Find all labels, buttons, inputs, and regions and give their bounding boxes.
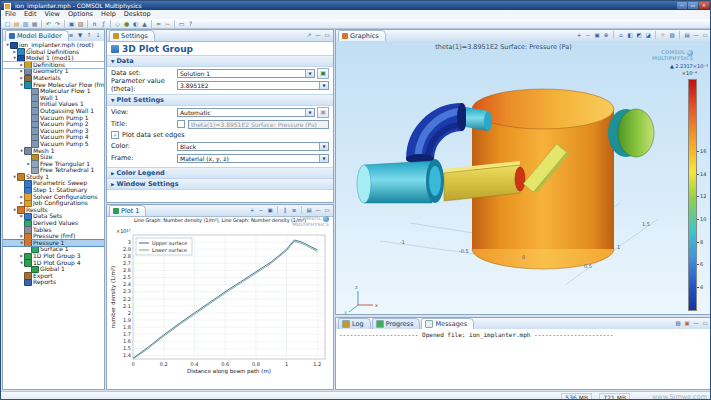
scene-3d[interactable]: -1-0.501.510.5zxy (340, 53, 680, 314)
image-snapshot-icon[interactable]: ▤ (305, 206, 313, 214)
go-to-source-button[interactable]: ▣ (317, 68, 329, 79)
materials-icon[interactable]: ● (122, 19, 131, 28)
color-select[interactable]: Black ▼ (177, 142, 329, 151)
open-icon[interactable]: ▤ (12, 19, 21, 28)
zoom-out-icon[interactable]: − (257, 206, 265, 214)
move-down-icon[interactable]: ↓ (94, 31, 102, 39)
axis-limits-icon[interactable]: ∥ (281, 206, 289, 214)
plot-icon[interactable]: ~ (163, 19, 172, 28)
tree-item[interactable]: Global 1 (3, 266, 104, 273)
graphics-canvas[interactable]: theta(1)=3.8951E2 Surface: Pressure (Pa)… (336, 41, 711, 314)
scene-light-icon[interactable]: ☼ (659, 31, 667, 39)
chevron-down-icon[interactable]: ▼ (319, 155, 328, 162)
tab-graphics[interactable]: Graphics (338, 30, 386, 41)
minimize-icon[interactable]: — (314, 31, 322, 39)
paste-icon[interactable]: ▨ (76, 19, 85, 28)
clear-log-icon[interactable]: ▧ (674, 319, 682, 327)
print-icon[interactable]: ▦ (30, 19, 39, 28)
physics-icon[interactable]: ◐ (131, 19, 140, 28)
zoom-in-icon[interactable]: + (575, 31, 583, 39)
menu-view[interactable]: View (40, 10, 63, 19)
view-xy-icon[interactable]: ◧ (626, 31, 634, 39)
tab-label: Plot 1 (121, 207, 139, 216)
tab-label: Graphics (350, 32, 379, 41)
svg-text:2.3: 2.3 (123, 288, 131, 294)
image-snapshot-icon[interactable]: ▤ (683, 31, 691, 39)
chevron-down-icon[interactable]: ▼ (305, 109, 314, 116)
functions-icon[interactable]: ƒ (99, 19, 108, 28)
menu-help[interactable]: Help (97, 10, 120, 19)
save-icon[interactable]: ▥ (21, 19, 30, 28)
go-to-default-view-icon[interactable]: ⌂ (617, 31, 625, 39)
transparency-icon[interactable]: ▨ (668, 31, 676, 39)
move-up-icon[interactable]: ↑ (85, 31, 93, 39)
grid-icon[interactable]: ≡ (290, 206, 298, 214)
minimize-window-button[interactable]: — (677, 2, 687, 9)
chevron-down-icon[interactable]: ▼ (319, 143, 328, 150)
view-select[interactable]: Automatic ▼ (177, 108, 315, 117)
plot-dataset-edges-checkbox[interactable] (111, 131, 119, 139)
help-icon[interactable]: ? (186, 19, 195, 28)
new-icon[interactable]: ▢ (3, 19, 12, 28)
zoom-extents-icon[interactable]: ▣ (266, 206, 274, 214)
minimize-icon[interactable]: — (314, 206, 322, 214)
plot-dataset-edges-label: Plot data set edges (122, 131, 185, 139)
tree-item[interactable]: ▼Mesh 1 (3, 148, 104, 155)
tree-item[interactable]: Derived Values (3, 220, 104, 227)
parameter-value-select[interactable]: 3.8951E2 ▼ (177, 81, 329, 90)
console-output[interactable]: ---------------------- Opened file: ion_… (336, 329, 711, 389)
minimize-icon[interactable]: — (692, 31, 700, 39)
copy-text-icon[interactable]: ▣ (683, 319, 691, 327)
view-yz-icon[interactable]: ◩ (635, 31, 643, 39)
minimize-icon[interactable]: — (692, 319, 700, 327)
geometry-icon[interactable]: ◇ (113, 19, 122, 28)
tab-model-builder[interactable]: Model Builder (5, 30, 69, 41)
dataset-select[interactable]: Solution 1 ▼ (177, 69, 315, 78)
mesh-icon[interactable]: ▲ (140, 19, 149, 28)
y-axis-scale-label: ×10¹⁷ (116, 228, 131, 234)
tab-log[interactable]: Log (338, 318, 371, 329)
redo-icon[interactable]: ↷ (53, 19, 62, 28)
menu-options[interactable]: Options (64, 10, 97, 19)
menu-edit[interactable]: Edit (20, 10, 41, 19)
view-zx-icon[interactable]: ◪ (644, 31, 652, 39)
zoom-out-icon[interactable]: − (584, 31, 592, 39)
tab-messages[interactable]: Messages (421, 318, 474, 329)
restore-icon[interactable]: ▭ (323, 31, 331, 39)
line-chart[interactable]: 00.20.40.60.811.21.41.51.61.71.81.922.12… (109, 225, 333, 387)
copy-icon[interactable]: ▣ (67, 19, 76, 28)
menu-desktop[interactable]: Desktop (120, 10, 155, 19)
restore-icon[interactable]: ▭ (323, 206, 331, 214)
section-data[interactable]: ▼Data (107, 55, 333, 67)
title-bar[interactable]: ion_implanter.mph - COMSOL Multiphysics … (1, 1, 710, 10)
parameters-icon[interactable]: π (90, 19, 99, 28)
undo-icon[interactable]: ↶ (44, 19, 53, 28)
windows-icon[interactable]: ▭ (177, 19, 186, 28)
pan-icon[interactable]: ⊕ (602, 31, 610, 39)
tab-progress[interactable]: Progress (372, 318, 421, 329)
restore-icon[interactable]: ▭ (701, 31, 709, 39)
menu-file[interactable]: File (1, 10, 20, 19)
maximize-window-button[interactable]: ▭ (688, 2, 698, 9)
zoom-extents-icon[interactable]: ▣ (593, 31, 601, 39)
section-plot-settings[interactable]: ▼Plot Settings (107, 94, 333, 106)
frame-select[interactable]: Material (x, y, z) ▼ (177, 154, 329, 163)
chevron-down-icon[interactable]: ▼ (319, 82, 328, 89)
parameter-value: 3.8951E2 (180, 82, 209, 89)
close-window-button[interactable]: ✕ (699, 2, 709, 9)
section-window-settings[interactable]: ▶Window Settings (107, 179, 333, 190)
collapse-all-icon[interactable]: ≡ (67, 31, 75, 39)
detach-icon[interactable]: ↗ (305, 31, 313, 39)
tree-item[interactable]: Reports (3, 279, 104, 286)
compute-icon[interactable]: = (154, 19, 163, 28)
tab-plot-1[interactable]: Plot 1 (109, 205, 146, 216)
tab-settings[interactable]: Settings (109, 30, 155, 41)
zoom-in-icon[interactable]: + (248, 206, 256, 214)
restore-icon[interactable]: ▭ (701, 319, 709, 327)
filter-icon[interactable]: ▼ (76, 31, 84, 39)
title-checkbox[interactable] (177, 120, 185, 128)
section-color-legend[interactable]: ▶Color Legend (107, 167, 333, 179)
chevron-down-icon[interactable]: ▼ (305, 70, 314, 77)
axis-tick-label: -1 (400, 239, 405, 245)
view-options-button[interactable]: ▣ (317, 107, 329, 118)
